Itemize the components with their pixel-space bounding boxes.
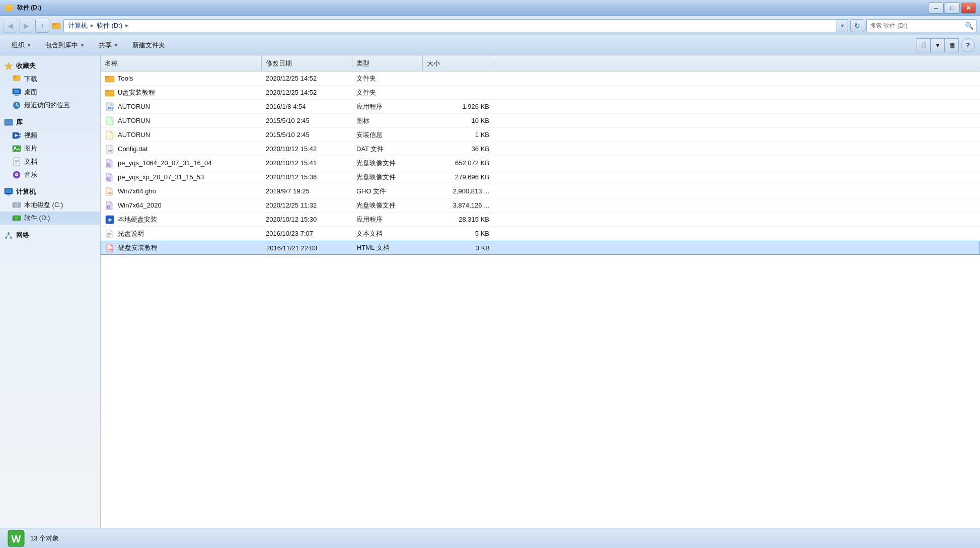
file-name-cell: AUTORUN xyxy=(101,114,262,127)
table-row[interactable]: GHO Win7x64.gho 2019/9/7 19:25 GHO 文件 2,… xyxy=(101,184,980,198)
table-row[interactable]: pe_yqs_1064_20_07_31_16_04 2020/10/12 15… xyxy=(101,156,980,170)
table-row[interactable]: EXE AUTORUN 2016/1/8 4:54 应用程序 1,926 KB xyxy=(101,100,980,114)
new-folder-button[interactable]: 新建文件夹 xyxy=(126,38,172,53)
file-size-cell: 3,874,126 ... xyxy=(423,198,493,212)
breadcrumb-drive[interactable]: 软件 (D:) xyxy=(97,21,122,30)
file-type-cell: 安装信息 xyxy=(352,128,423,142)
table-row[interactable]: 光盘说明 2016/10/23 7:07 文本文档 5 KB xyxy=(101,227,980,241)
status-count: 13 个对象 xyxy=(30,534,59,543)
file-name: U盘安装教程 xyxy=(118,88,155,97)
favorites-label: 收藏夹 xyxy=(16,61,36,71)
table-row[interactable]: 本 本地硬盘安装 2020/10/12 15:30 应用程序 28,315 KB xyxy=(101,213,980,227)
table-row[interactable]: AUTORUN 2015/5/10 2:45 图标 10 KB xyxy=(101,114,980,128)
sidebar-item-desktop[interactable]: 桌面 xyxy=(0,86,100,99)
desktop-icon xyxy=(12,88,21,97)
sidebar-item-recent[interactable]: 最近访问的位置 xyxy=(0,99,100,112)
status-app-icon: W xyxy=(7,529,25,547)
file-type-cell: HTML 文档 xyxy=(353,241,423,254)
svg-text:EXE: EXE xyxy=(108,106,114,109)
breadcrumb-bar: 计算机 ► 软件 (D:) ► xyxy=(63,19,837,32)
view-change-button[interactable]: ☷ xyxy=(917,38,931,52)
table-row[interactable]: Tools 2020/12/25 14:52 文件夹 xyxy=(101,72,980,86)
svg-line-43 xyxy=(9,234,11,237)
sidebar-item-document[interactable]: 文档 xyxy=(0,155,100,168)
file-size-cell: 10 KB xyxy=(423,114,493,127)
sidebar-item-image[interactable]: 图片 xyxy=(0,142,100,155)
file-name: Win7x64_2020 xyxy=(118,201,162,209)
file-icon-gho: GHO xyxy=(105,186,115,196)
col-size-header[interactable]: 大小 xyxy=(423,55,493,71)
file-icon-iso xyxy=(105,158,115,168)
video-icon xyxy=(12,131,21,140)
col-name-header[interactable]: 名称 xyxy=(101,55,262,71)
table-row[interactable]: Win7x64_2020 2020/12/25 11:32 光盘映像文件 3,8… xyxy=(101,198,980,213)
svg-rect-45 xyxy=(105,76,109,78)
sidebar-item-download[interactable]: 下载 xyxy=(0,73,100,86)
minimize-button[interactable]: ─ xyxy=(929,3,944,14)
video-label: 视频 xyxy=(24,131,37,140)
breadcrumb-computer[interactable]: 计算机 xyxy=(68,21,88,30)
svg-rect-15 xyxy=(6,120,9,124)
sidebar-item-cdrive[interactable]: 本地磁盘 (C:) xyxy=(0,198,100,212)
svg-text:GHO: GHO xyxy=(108,192,112,194)
include-library-button[interactable]: 包含到库中 ▼ xyxy=(39,38,91,53)
svg-point-39 xyxy=(8,232,10,234)
view-options-button[interactable]: ▼ xyxy=(931,38,945,52)
close-button[interactable]: ✕ xyxy=(961,3,976,14)
up-button[interactable]: ↑ xyxy=(35,19,49,33)
file-size-cell: 1 KB xyxy=(423,128,493,142)
table-row[interactable]: U盘安装教程 2020/12/25 14:52 文件夹 xyxy=(101,86,980,100)
file-name: 硬盘安装教程 xyxy=(118,243,158,252)
file-icon-folder xyxy=(105,88,115,98)
table-row[interactable]: HTML 硬盘安装教程 2016/11/21 22:03 HTML 文档 3 K… xyxy=(101,241,980,255)
sidebar-favorites-header[interactable]: 收藏夹 xyxy=(0,59,100,73)
address-dropdown[interactable]: ▼ xyxy=(837,19,848,32)
help-button[interactable]: ? xyxy=(961,38,975,52)
address-bar: ◀ ▶ ↑ 计算机 ► 软件 (D:) ► ▼ ↻ 🔍 xyxy=(0,16,980,35)
svg-rect-31 xyxy=(6,189,12,193)
title-bar: 软件 (D:) ─ □ ✕ xyxy=(0,0,980,16)
sidebar-item-video[interactable]: 视频 xyxy=(0,129,100,142)
file-type-cell: 光盘映像文件 xyxy=(352,170,423,184)
table-row[interactable]: DAT Config.dat 2020/10/12 15:42 DAT 文件 3… xyxy=(101,142,980,156)
organize-arrow: ▼ xyxy=(27,43,31,48)
sidebar-network-header[interactable]: 网络 xyxy=(0,229,100,242)
file-date-cell: 2016/1/8 4:54 xyxy=(262,100,352,113)
sidebar-item-ddrive[interactable]: 软件 (D:) xyxy=(0,212,100,225)
file-name-cell: AUTORUN xyxy=(101,128,262,142)
file-type-cell: 文本文档 xyxy=(352,227,423,240)
file-type-cell: GHO 文件 xyxy=(352,184,423,198)
maximize-button[interactable]: □ xyxy=(945,3,960,14)
share-label: 共享 xyxy=(99,41,112,50)
back-button[interactable]: ◀ xyxy=(3,19,17,33)
ddrive-label: 软件 (D:) xyxy=(24,214,50,223)
file-icon-html: HTML xyxy=(105,243,115,253)
sidebar-library-header[interactable]: 库 xyxy=(0,116,100,129)
file-name-cell: DAT Config.dat xyxy=(101,142,262,156)
preview-button[interactable]: ▦ xyxy=(945,38,959,52)
table-row[interactable]: pe_yqs_xp_20_07_31_15_53 2020/10/12 15:3… xyxy=(101,170,980,184)
table-row[interactable]: AUTORUN 2015/5/10 2:45 安装信息 1 KB xyxy=(101,128,980,142)
refresh-button[interactable]: ↻ xyxy=(850,19,864,32)
library-label: 库 xyxy=(16,118,23,127)
organize-button[interactable]: 组织 ▼ xyxy=(5,38,38,53)
recent-icon xyxy=(12,101,21,110)
file-name-cell: HTML 硬盘安装教程 xyxy=(101,241,262,254)
file-date-cell: 2020/10/12 15:41 xyxy=(262,156,352,170)
sidebar-computer-header[interactable]: 计算机 xyxy=(0,185,100,198)
forward-button[interactable]: ▶ xyxy=(19,19,33,33)
title-bar-controls: ─ □ ✕ xyxy=(929,3,976,14)
col-date-header[interactable]: 修改日期 xyxy=(262,55,352,71)
share-arrow: ▼ xyxy=(114,43,118,48)
file-name-cell: pe_yqs_1064_20_07_31_16_04 xyxy=(101,156,262,170)
sidebar-item-music[interactable]: 音乐 xyxy=(0,168,100,181)
svg-text:本: 本 xyxy=(107,218,112,223)
search-icon[interactable]: 🔍 xyxy=(965,22,973,30)
document-icon xyxy=(12,157,21,166)
share-button[interactable]: 共享 ▼ xyxy=(92,38,125,53)
col-type-header[interactable]: 类型 xyxy=(352,55,423,71)
breadcrumb-sep2: ► xyxy=(124,23,129,28)
image-label: 图片 xyxy=(24,144,37,153)
view-controls: ☷ ▼ ▦ ? xyxy=(917,38,975,52)
search-input[interactable] xyxy=(870,22,963,29)
